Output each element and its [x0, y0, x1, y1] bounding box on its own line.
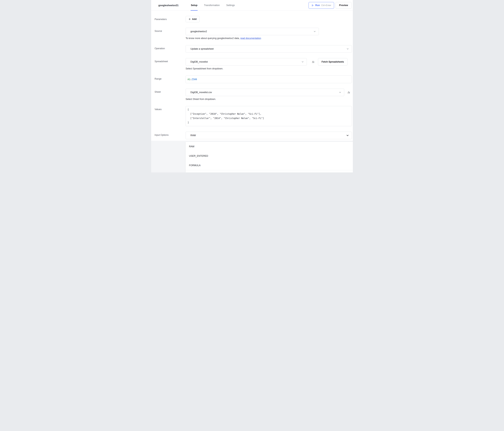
fetch-spreadsheets-button[interactable]: Fetch Spreadsheets [318, 58, 348, 66]
sheet-helper-text: Select Sheet from dropdown. [186, 98, 352, 101]
spreadsheet-select[interactable]: DigiDB_movelist [186, 58, 307, 66]
range-label: Range [154, 76, 186, 80]
source-row: Source googlesheetsv2 To know more about… [154, 28, 352, 40]
source-helper-prefix: To know more about querying googlesheets… [186, 37, 240, 40]
range-value-separator: : [190, 78, 191, 81]
chevron-down-icon [302, 61, 304, 63]
query-editor-panel: googlesheetsv21 Setup Transformation Set… [151, 0, 353, 172]
run-button[interactable]: Run Ctrl+Enter [309, 2, 334, 9]
preview-button[interactable]: Preview [336, 2, 351, 9]
input-options-select-value: RAW [190, 134, 346, 137]
header-actions: Run Ctrl+Enter Preview [309, 2, 351, 9]
query-form: Parameters Add Source googlesheetsv2 [151, 11, 353, 139]
sheet-select-value: DigiDB_movelist.csv [190, 91, 339, 94]
parameters-row: Parameters Add [154, 16, 352, 22]
tab-setup[interactable]: Setup [190, 0, 198, 11]
tab-transformation[interactable]: Transformation [204, 0, 220, 11]
operation-label: Operation [154, 45, 186, 50]
query-title: googlesheetsv21 [158, 4, 179, 7]
tab-settings[interactable]: Settings [226, 0, 235, 11]
query-editor-content: googlesheetsv21 Setup Transformation Set… [151, 0, 353, 141]
values-label: Values [154, 106, 186, 111]
spreadsheet-row: Spreadsheet DigiDB_movelist fx Fetch Spr… [154, 58, 352, 70]
range-value-end: Z500 [192, 78, 197, 81]
range-value-start: A1 [188, 78, 190, 81]
values-row: Values [ ["Inception", "2010", "Christop… [154, 106, 352, 126]
source-select-value: googlesheetsv2 [190, 30, 314, 33]
menu-item-user-entered[interactable]: USER_ENTERED [186, 151, 353, 161]
range-input[interactable]: A1:Z500 [186, 76, 352, 83]
read-documentation-link[interactable]: read documentation [240, 37, 261, 40]
chevron-down-icon [346, 134, 349, 137]
run-label: Run [315, 4, 320, 7]
input-options-select[interactable]: RAW [186, 132, 352, 139]
input-options-row: Input Options RAW [154, 132, 352, 139]
chevron-down-icon [339, 91, 341, 94]
chevron-down-icon [314, 30, 316, 33]
query-header: googlesheetsv21 Setup Transformation Set… [151, 0, 353, 11]
chevron-down-icon [347, 48, 349, 50]
play-icon [311, 4, 314, 7]
add-parameter-label: Add [192, 18, 197, 21]
spreadsheet-select-value: DigiDB_movelist [190, 61, 302, 63]
spreadsheet-helper-text: Select Spreadsheet from dropdown. [186, 67, 352, 70]
input-options-label: Input Options [154, 132, 186, 136]
sheet-label: Sheet [154, 89, 186, 93]
tab-bar: Setup Transformation Settings [190, 0, 235, 11]
operation-select-value: Update a spreadsheet [190, 48, 347, 50]
menu-item-raw[interactable]: RAW [186, 142, 353, 151]
fx-icon[interactable]: fx [311, 61, 315, 63]
fx-icon[interactable]: fx [347, 91, 351, 94]
input-options-menu: RAW USER_ENTERED FORMULA [186, 142, 353, 172]
sheet-row: Sheet DigiDB_movelist.csv fx Select Shee… [154, 89, 352, 101]
plus-icon [189, 18, 191, 20]
menu-item-formula[interactable]: FORMULA [186, 161, 353, 170]
parameters-label: Parameters [154, 16, 186, 21]
operation-row: Operation Update a spreadsheet [154, 45, 352, 53]
spreadsheet-label: Spreadsheet [154, 58, 186, 63]
source-label: Source [154, 28, 186, 33]
operation-select[interactable]: Update a spreadsheet [186, 45, 352, 53]
range-row: Range A1:Z500 [154, 76, 352, 83]
add-parameter-button[interactable]: Add [186, 16, 200, 22]
values-editor[interactable]: [ ["Inception", "2010", "Christopher Nol… [186, 106, 352, 126]
run-shortcut: Ctrl+Enter [321, 4, 331, 7]
sheet-select[interactable]: DigiDB_movelist.csv [186, 89, 344, 96]
source-select[interactable]: googlesheetsv2 [186, 28, 319, 35]
page-below-form: RAW USER_ENTERED FORMULA [151, 141, 353, 172]
source-helper-text: To know more about querying googlesheets… [186, 37, 352, 40]
